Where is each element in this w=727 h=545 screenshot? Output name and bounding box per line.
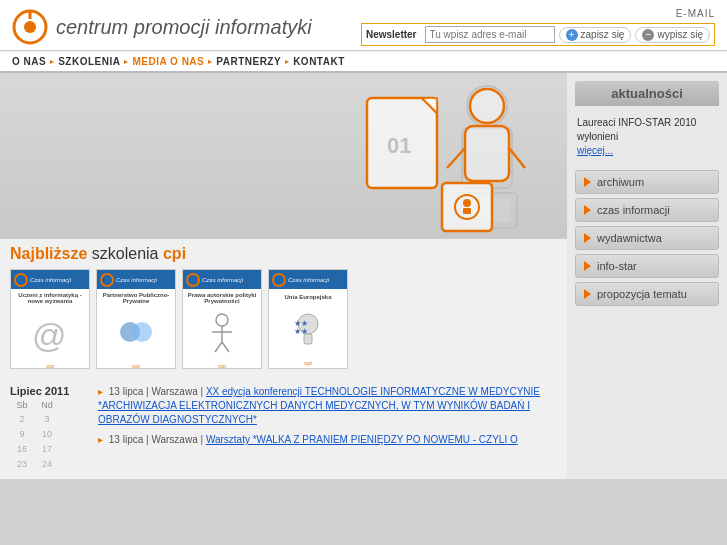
aktualnosci-header: aktualności xyxy=(575,81,719,106)
plus-icon: + xyxy=(566,29,578,41)
nav-item-o-nas[interactable]: O NAS xyxy=(12,56,46,67)
brochure-2-logo xyxy=(100,273,114,287)
brochure-3[interactable]: Czas informacji Prawa autorskie polityki… xyxy=(182,269,262,369)
sidebar-btn-wydawnictwa[interactable]: wydawnictwa xyxy=(575,226,719,250)
brochure-1-img: @ xyxy=(25,308,75,358)
brochure-1-top: Czas informacji xyxy=(11,270,89,289)
brochures: Czas informacji Uczeni z informatyką - n… xyxy=(10,269,557,369)
brochure-1-subtitle: Uczeni z informatyką - nowe wyzwania xyxy=(14,292,86,304)
aktualnosci-content: Laureaci INFO-STAR 2010 wyłonieni więcej… xyxy=(575,112,719,162)
cal-day-16: 16 xyxy=(10,442,34,456)
sidebar-label-wydawnictwa: wydawnictwa xyxy=(597,232,662,244)
szkolenia-title: Najbliższe szkolenia cpi xyxy=(10,245,557,263)
event-date-2: 13 lipca | Warszawa | xyxy=(109,434,203,445)
sidebar-btn-propozycja[interactable]: propozycja tematu xyxy=(575,282,719,306)
brochure-2[interactable]: Czas informacji Partnerstwo Publiczno-Pr… xyxy=(96,269,176,369)
logo-area: centrum promocji informatyki xyxy=(12,9,312,45)
cal-dow-nd: Nd xyxy=(35,400,59,410)
logo-icon xyxy=(12,9,48,45)
zapisz-label: zapisz się xyxy=(581,29,625,40)
nav-item-media[interactable]: MEDIA O NAS xyxy=(132,56,204,67)
nav: O NAS ▸ SZKOLENIA ▸ MEDIA O NAS ▸ PARTNE… xyxy=(0,51,727,73)
logo-text: centrum promocji informatyki xyxy=(56,16,312,39)
sidebar-btn-infostar[interactable]: info-star xyxy=(575,254,719,278)
nav-item-kontakt[interactable]: KONTAKT xyxy=(293,56,345,67)
arrow-icon-propozycja xyxy=(584,289,591,299)
cal-day-9: 9 xyxy=(10,427,34,441)
brochure-2-top: Czas informacji xyxy=(97,270,175,289)
nav-item-partnerzy[interactable]: PARTNERZY xyxy=(216,56,281,67)
arrow-icon-czas xyxy=(584,205,591,215)
brochure-2-img xyxy=(111,308,161,358)
svg-point-21 xyxy=(216,314,228,326)
brochure-1[interactable]: Czas informacji Uczeni z informatyką - n… xyxy=(10,269,90,369)
event-date-1: 13 lipca | Warszawa | xyxy=(109,386,203,397)
svg-point-10 xyxy=(470,89,504,123)
brochure-3-logo xyxy=(186,273,200,287)
cal-header-row: Sb Nd xyxy=(10,400,90,410)
cal-day-23: 23 xyxy=(10,457,34,471)
nav-dot-3: ▸ xyxy=(208,57,212,66)
arrow-icon-archiwum xyxy=(584,177,591,187)
sidebar-label-archiwum: archiwum xyxy=(597,176,644,188)
svg-text:★★: ★★ xyxy=(294,327,308,336)
email-input[interactable] xyxy=(425,26,555,43)
szkolenia-middle: szkolenia xyxy=(87,245,163,262)
brochure-2-title: Czas informacji xyxy=(116,277,157,283)
newsletter-box: Newsletter + zapisz się − wypisz się xyxy=(361,23,715,46)
zapisz-button[interactable]: + zapisz się xyxy=(559,27,632,43)
sidebar-btn-czas[interactable]: czas informacji xyxy=(575,198,719,222)
events-list: ▸ 13 lipca | Warszawa | XX edycja konfer… xyxy=(98,385,557,471)
brochure-4-img: ★★ ★★ xyxy=(283,304,333,354)
nav-dot-2: ▸ xyxy=(124,57,128,66)
hero-area: 01 xyxy=(0,73,567,238)
brochure-3-title: Czas informacji xyxy=(202,277,243,283)
brochure-2-footer: cpi xyxy=(130,361,142,369)
svg-text:01: 01 xyxy=(387,133,411,158)
minus-icon: − xyxy=(642,29,654,41)
event-item-2: ▸ 13 lipca | Warszawa | Warsztaty *WALKA… xyxy=(98,433,557,447)
svg-line-25 xyxy=(222,342,229,352)
cal-day-17: 17 xyxy=(35,442,59,456)
main-content: 01 xyxy=(0,73,727,479)
szkolenia-cpi: cpi xyxy=(163,245,186,262)
more-link[interactable]: więcej... xyxy=(577,145,613,156)
brochure-4-subtitle: Unia Europejska xyxy=(284,294,331,300)
brochure-2-subtitle: Partnerstwo Publiczno-Prywatne xyxy=(100,292,172,304)
brochure-1-logo xyxy=(14,273,28,287)
wypisz-button[interactable]: − wypisz się xyxy=(635,27,710,43)
header: centrum promocji informatyki E-MAIL News… xyxy=(0,0,727,51)
brochure-4-logo xyxy=(272,273,286,287)
brochure-4-title: Czas informacji xyxy=(288,277,329,283)
brochure-3-subtitle: Prawa autorskie polityki Prywatności xyxy=(186,292,258,304)
cal-day-10: 10 xyxy=(35,427,59,441)
right-sidebar: aktualności Laureaci INFO-STAR 2010 wyło… xyxy=(567,73,727,479)
brochure-2-body: Partnerstwo Publiczno-Prywatne xyxy=(97,289,175,361)
sidebar-label-propozycja: propozycja tematu xyxy=(597,288,687,300)
nav-dot-4: ▸ xyxy=(285,57,289,66)
brochure-3-top: Czas informacji xyxy=(183,270,261,289)
newsletter-label: Newsletter xyxy=(366,29,417,40)
cal-day-24: 24 xyxy=(35,457,59,471)
svg-line-24 xyxy=(215,342,222,352)
event-link-2[interactable]: Warsztaty *WALKA Z PRANIEM PIENIĘDZY PO … xyxy=(206,434,518,445)
brochure-1-title: Czas informacji xyxy=(30,277,71,283)
event-bullet-1: ▸ xyxy=(98,386,103,397)
svg-point-16 xyxy=(463,199,471,207)
wypisz-label: wypisz się xyxy=(657,29,703,40)
nav-dot-1: ▸ xyxy=(50,57,54,66)
nav-item-szkolenia[interactable]: SZKOLENIA xyxy=(58,56,120,67)
hero-illustration: 01 xyxy=(357,78,537,233)
cal-grid: 2 3 9 10 16 17 23 24 xyxy=(10,412,90,471)
sidebar-btn-archiwum[interactable]: archiwum xyxy=(575,170,719,194)
brochure-4-body: Unia Europejska ★★ ★★ xyxy=(269,289,347,358)
event-bullet-2: ▸ xyxy=(98,434,103,445)
brochure-3-footer: cpi xyxy=(216,361,228,369)
cal-month: Lipiec 2011 xyxy=(10,385,90,397)
szkolenia-section: Najbliższe szkolenia cpi Czas informacji… xyxy=(0,238,567,381)
svg-point-20 xyxy=(132,322,152,342)
brochure-4[interactable]: Czas informacji Unia Europejska ★★ ★★ xyxy=(268,269,348,369)
svg-rect-11 xyxy=(465,126,509,181)
sidebar-label-infostar: info-star xyxy=(597,260,637,272)
arrow-icon-wydawnictwa xyxy=(584,233,591,243)
